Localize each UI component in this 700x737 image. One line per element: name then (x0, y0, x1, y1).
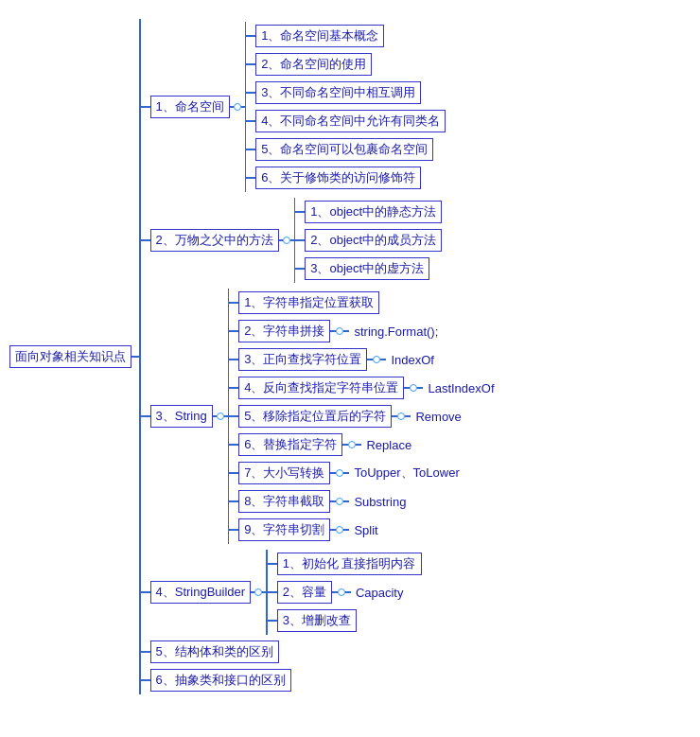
dot-icon (336, 498, 343, 505)
node-label: 3、增删改查 (277, 609, 357, 632)
child-row: 1、命名空间1、命名空间基本概念2、命名空间的使用3、不同命名空间中相互调用4、… (141, 22, 499, 192)
h-line (246, 177, 255, 179)
h-line (246, 120, 255, 122)
h-line (141, 651, 150, 653)
child-row: 6、替换指定字符Replace (229, 433, 499, 456)
child-row: 6、关于修饰类的访问修饰符 (246, 167, 446, 189)
h-line (229, 330, 238, 332)
node-label: 2、容量 (277, 581, 332, 604)
dot-icon (217, 412, 224, 420)
dot-icon (283, 237, 290, 244)
mind-map: 面向对象相关知识点1、命名空间1、命名空间基本概念2、命名空间的使用3、不同命名… (0, 0, 700, 732)
node-label: 6、关于修饰类的访问修饰符 (255, 167, 421, 189)
node-label: 3、不同命名空间中相互调用 (255, 81, 421, 104)
h-line (229, 387, 238, 389)
node-label: 1、命名空间基本概念 (255, 25, 384, 47)
children-col: 1、初始化 直接指明内容2、容量Capacity3、增删改查 (268, 550, 422, 635)
node-label: 4、StringBuilder (150, 581, 252, 604)
extra-label: Substring (349, 493, 411, 511)
dot-icon (336, 526, 343, 534)
child-row: 5、移除指定位置后的字符Remove (229, 405, 499, 428)
dot-icon (397, 412, 405, 420)
dot-icon (254, 588, 262, 596)
child-row: 3、不同命名空间中相互调用 (246, 81, 446, 104)
children-col: 1、命名空间1、命名空间基本概念2、命名空间的使用3、不同命名空间中相互调用4、… (141, 19, 499, 694)
child-row: 5、命名空间可以包裹命名空间 (246, 138, 446, 161)
node-label: 1、初始化 直接指明内容 (277, 553, 422, 575)
h-line (246, 149, 255, 150)
node-label: 3、正向查找字符位置 (238, 348, 367, 371)
h-line (141, 239, 150, 241)
dot-icon (234, 103, 241, 111)
extra-label: LastIndexOf (423, 379, 499, 397)
h-line (268, 620, 277, 622)
extra-label: Split (349, 521, 382, 539)
child-row: 2、object中的成员方法 (295, 229, 442, 252)
node-label: 2、万物之父中的方法 (150, 229, 279, 252)
node-label: 1、字符串指定位置获取 (238, 291, 379, 314)
children-col: 1、字符串指定位置获取2、字符串拼接string.Format();3、正向查找… (229, 289, 499, 544)
h-line (268, 563, 277, 565)
dot-icon (373, 356, 380, 363)
node-label: 1、命名空间 (150, 96, 230, 118)
node-label: 5、结构体和类的区别 (150, 640, 279, 663)
h-line (332, 591, 338, 593)
extra-label: string.Format(); (349, 323, 443, 341)
h-line (141, 591, 150, 593)
child-row: 3、object中的虚方法 (295, 257, 442, 280)
node-label: 4、不同命名空间中允许有同类名 (255, 110, 446, 132)
node-label: 面向对象相关知识点 (9, 345, 131, 368)
children-wrapper: 1、初始化 直接指明内容2、容量Capacity3、增删改查 (266, 550, 421, 635)
h-line (229, 302, 238, 304)
child-row: 2、字符串拼接string.Format(); (229, 320, 499, 342)
extra-label: IndexOf (386, 351, 439, 369)
node-label: 6、替换指定字符 (238, 433, 342, 456)
node-label: 9、字符串切割 (238, 518, 330, 541)
child-row: 4、反向查找指定字符串位置LastIndexOf (229, 377, 499, 399)
h-line (229, 529, 238, 531)
h-line (141, 415, 150, 417)
h-line (141, 106, 150, 108)
node-label: 2、命名空间的使用 (255, 53, 372, 76)
dot-icon (410, 384, 417, 392)
h-line (295, 239, 305, 241)
child-row: 4、不同命名空间中允许有同类名 (246, 110, 446, 132)
children-wrapper: 1、字符串指定位置获取2、字符串拼接string.Format();3、正向查找… (228, 289, 499, 544)
child-row: 1、object中的静态方法 (295, 201, 442, 223)
node-label: 8、字符串截取 (238, 490, 330, 513)
h-line (131, 356, 139, 358)
h-line (246, 92, 255, 94)
extra-label: ToUpper、ToLower (349, 463, 464, 483)
dot-icon (336, 327, 343, 335)
tree-root: 面向对象相关知识点1、命名空间1、命名空间基本概念2、命名空间的使用3、不同命名… (9, 9, 691, 694)
child-row: 9、字符串切割Split (229, 518, 499, 541)
child-row: 8、字符串截取Substring (229, 490, 499, 513)
children-col: 1、命名空间基本概念2、命名空间的使用3、不同命名空间中相互调用4、不同命名空间… (246, 22, 446, 192)
child-row: 6、抽象类和接口的区别 (141, 669, 499, 692)
extra-label: Capacity (351, 584, 409, 602)
h-line (268, 591, 277, 593)
child-row: 3、正向查找字符位置IndexOf (229, 348, 499, 371)
child-row: 7、大小写转换ToUpper、ToLower (229, 462, 499, 484)
h-line (229, 444, 238, 446)
child-row: 4、StringBuilder1、初始化 直接指明内容2、容量Capacity3… (141, 550, 499, 635)
child-row: 1、命名空间基本概念 (246, 25, 446, 47)
node-label: 2、object中的成员方法 (305, 229, 442, 252)
children-wrapper: 1、object中的静态方法2、object中的成员方法3、object中的虚方… (294, 198, 442, 283)
child-row: 2、命名空间的使用 (246, 53, 446, 76)
node-label: 6、抽象类和接口的区别 (150, 669, 291, 692)
node-label: 3、String (150, 405, 213, 428)
children-wrapper: 1、命名空间基本概念2、命名空间的使用3、不同命名空间中相互调用4、不同命名空间… (245, 22, 446, 192)
child-row: 3、String1、字符串指定位置获取2、字符串拼接string.Format(… (141, 289, 499, 544)
h-line (246, 63, 255, 65)
child-row: 3、增删改查 (268, 609, 422, 632)
child-row: 2、万物之父中的方法1、object中的静态方法2、object中的成员方法3、… (141, 198, 499, 283)
dot-icon (348, 441, 356, 448)
h-line (141, 679, 150, 681)
node-label: 7、大小写转换 (238, 462, 330, 484)
child-row: 1、初始化 直接指明内容 (268, 553, 422, 575)
dot-icon (338, 588, 345, 596)
h-line (229, 359, 238, 360)
children-wrapper: 1、命名空间1、命名空间基本概念2、命名空间的使用3、不同命名空间中相互调用4、… (139, 19, 499, 694)
child-row: 1、字符串指定位置获取 (229, 291, 499, 314)
